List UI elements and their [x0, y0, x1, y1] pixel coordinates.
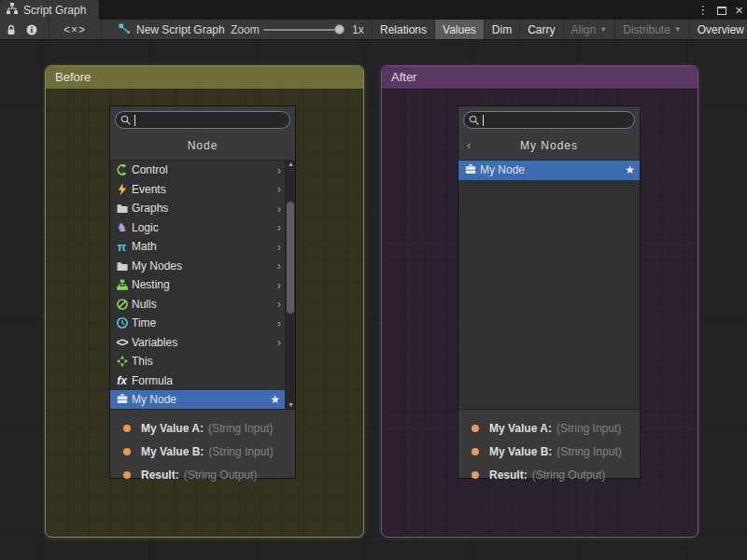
toolbar: <×> New Script Graph Zoom 1x Relations V… [0, 20, 747, 40]
finder-item-my-node[interactable]: My Node ★ [458, 161, 640, 180]
close-icon[interactable]: × [735, 3, 743, 17]
port-my-value-a: My Value A: (String Input) [110, 416, 295, 440]
port-result: Result: (String Output) [110, 463, 295, 486]
chevron-down-icon: ▼ [674, 20, 682, 40]
carry-button[interactable]: Carry [519, 20, 562, 40]
finder-item-events[interactable]: Events › [110, 180, 285, 200]
finder-item-nesting[interactable]: Nesting › [110, 275, 285, 295]
port-my-value-b: My Value B: (String Input) [110, 440, 295, 463]
search-input[interactable] [135, 113, 284, 127]
finder-item-my-nodes[interactable]: My Nodes › [110, 257, 285, 276]
finder-title: My Nodes [458, 133, 640, 159]
finder-item-formula[interactable]: fx Formula [110, 371, 285, 391]
port-dot-icon [472, 425, 479, 432]
search-box[interactable] [115, 111, 290, 129]
dim-button[interactable]: Dim [484, 20, 519, 40]
zoom-slider-track[interactable] [263, 29, 344, 31]
align-button[interactable]: Align ▼ [563, 20, 615, 40]
chevron-right-icon: › [277, 316, 281, 330]
tab-bar: Script Graph ⋮ × [0, 0, 747, 20]
chevron-right-icon: › [277, 202, 281, 216]
scrollbar[interactable]: ▲ ▼ [285, 160, 295, 409]
math-icon: π [115, 240, 129, 253]
group-before-header[interactable]: Before [46, 66, 363, 89]
scroll-down-icon[interactable]: ▼ [286, 401, 296, 408]
time-icon [115, 316, 129, 329]
finder-item-time[interactable]: Time › [110, 314, 285, 333]
search-box[interactable] [463, 111, 635, 129]
graph-canvas[interactable]: Before After Node [0, 40, 747, 560]
finder-item-control[interactable]: Control › [110, 161, 285, 180]
finder-item-my-node[interactable]: My Node ★ [110, 390, 285, 410]
group-after-header[interactable]: After [382, 66, 698, 89]
edit-source-button[interactable]: <×> [54, 21, 95, 39]
formula-icon: fx [115, 374, 129, 387]
node-preview: My Value A: (String Input) My Value B: (… [110, 409, 295, 478]
graph-hierarchy-icon [6, 2, 19, 18]
port-my-value-b: My Value B: (String Input) [458, 440, 640, 463]
maximize-icon[interactable] [717, 2, 726, 19]
control-icon [115, 163, 129, 176]
code-icon: <×> [63, 23, 86, 36]
zoom-slider-handle[interactable] [334, 24, 345, 35]
port-dot-icon [472, 471, 479, 479]
lock-button[interactable] [2, 21, 21, 39]
port-result: Result: (String Output) [458, 463, 640, 486]
chevron-down-icon: ▼ [599, 20, 607, 40]
logic-icon: ♞ [115, 221, 129, 234]
finder-item-math[interactable]: π Math › [110, 237, 285, 257]
chevron-right-icon: › [277, 182, 281, 196]
info-button[interactable] [22, 21, 41, 39]
toolbar-toggles: Relations Values Dim Carry Align ▼ Distr… [372, 20, 747, 40]
search-input[interactable] [484, 113, 628, 127]
finder-item-graphs[interactable]: Graphs › [110, 199, 285, 218]
finder-item-logic[interactable]: ♞ Logic › [110, 218, 285, 238]
node-preview: My Value A: (String Input) My Value B: (… [458, 409, 640, 478]
zoom-label: Zoom [231, 20, 260, 40]
port-my-value-a: My Value A: (String Input) [458, 416, 640, 440]
search-icon [468, 114, 481, 127]
values-button[interactable]: Values [434, 20, 484, 40]
window-controls: ⋮ × [697, 0, 743, 20]
this-icon [115, 355, 129, 368]
port-dot-icon [472, 448, 479, 455]
chevron-right-icon: › [277, 163, 281, 177]
overview-button[interactable]: Overview [689, 20, 747, 40]
port-dot-icon [123, 471, 131, 479]
graph-selector[interactable]: New Script Graph [118, 20, 225, 40]
finder-item-this[interactable]: This [110, 352, 285, 371]
fuzzy-finder-after: ‹ My Nodes My Node ★ [458, 105, 641, 479]
node-icon [115, 393, 129, 406]
finder-item-variables[interactable]: <> Variables › [110, 333, 285, 353]
nulls-icon [115, 298, 129, 311]
nesting-icon [115, 278, 129, 291]
zoom-value: 1x [352, 20, 364, 40]
node-list: Control › Events › [110, 160, 295, 409]
relations-button[interactable]: Relations [372, 20, 434, 40]
chevron-right-icon: › [277, 220, 281, 234]
info-icon [25, 23, 38, 36]
folder-icon [115, 259, 129, 273]
scrollbar-thumb[interactable] [287, 202, 294, 314]
distribute-button[interactable]: Distribute ▼ [614, 20, 689, 40]
fuzzy-finder-before: Node Control › [109, 105, 296, 479]
tab-script-graph[interactable]: Script Graph [0, 0, 99, 20]
script-graph-window: Script Graph ⋮ × <×> [0, 0, 747, 560]
node-list: My Node ★ [458, 160, 640, 409]
menu-icon[interactable]: ⋮ [697, 3, 709, 17]
chevron-right-icon: › [277, 278, 281, 292]
events-icon [115, 183, 129, 196]
finder-item-nulls[interactable]: Nulls › [110, 295, 285, 315]
chevron-right-icon: › [277, 335, 281, 349]
search-icon [120, 114, 133, 127]
favorite-star-icon[interactable]: ★ [625, 163, 635, 176]
chevron-right-icon: › [277, 240, 281, 254]
favorite-star-icon[interactable]: ★ [270, 393, 280, 406]
node-icon [463, 163, 477, 176]
port-dot-icon [123, 425, 131, 432]
new-script-graph-icon [118, 22, 131, 38]
scroll-up-icon[interactable]: ▲ [286, 161, 296, 167]
finder-title: Node [110, 133, 295, 159]
chevron-right-icon: › [277, 259, 281, 273]
graph-selector-label: New Script Graph [136, 23, 225, 36]
